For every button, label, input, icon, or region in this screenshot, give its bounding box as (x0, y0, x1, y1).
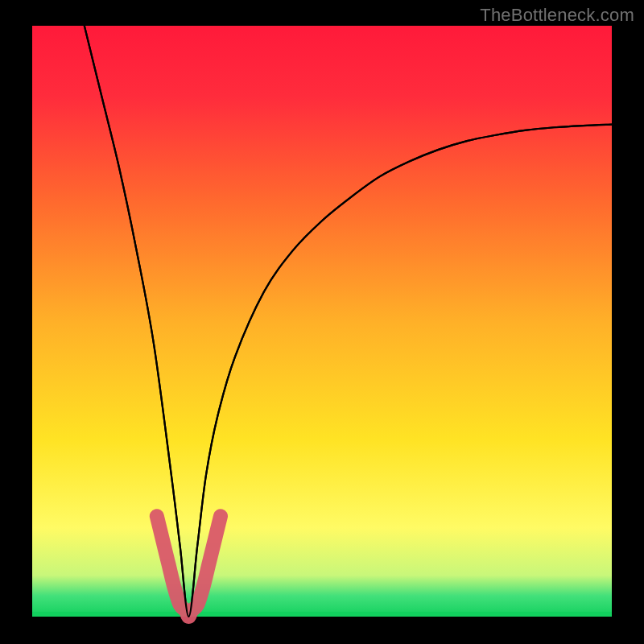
plot-baseline-band (32, 612, 612, 617)
bottleneck-chart (0, 0, 644, 644)
plot-background (32, 26, 612, 617)
chart-frame: TheBottleneck.com (0, 0, 644, 644)
